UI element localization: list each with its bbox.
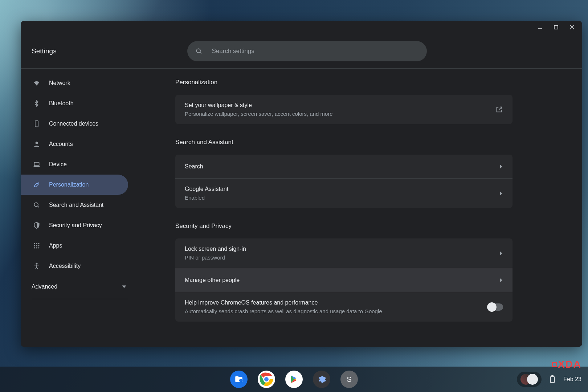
sidebar-item-label: Search and Assistant bbox=[49, 202, 103, 208]
svg-line-11 bbox=[38, 206, 39, 208]
sidebar-item-device[interactable]: Device bbox=[21, 154, 128, 175]
search-icon bbox=[195, 48, 203, 55]
bluetooth-icon bbox=[33, 100, 40, 107]
play-icon bbox=[289, 375, 299, 384]
shelf-settings-app[interactable] bbox=[313, 371, 330, 388]
svg-rect-6 bbox=[35, 121, 38, 127]
svg-point-19 bbox=[36, 247, 37, 248]
sidebar-item-label: Network bbox=[49, 80, 70, 86]
chevron-right-icon bbox=[499, 278, 503, 282]
apps-icon bbox=[33, 242, 40, 249]
card-search-assistant: Search Google Assistant Enabled bbox=[175, 155, 513, 208]
svg-point-14 bbox=[38, 243, 39, 244]
user-avatar-icon bbox=[527, 374, 538, 385]
chevron-right-icon bbox=[499, 165, 503, 168]
maximize-button[interactable] bbox=[548, 21, 564, 34]
brush-icon bbox=[33, 181, 40, 188]
svg-point-4 bbox=[196, 49, 200, 53]
sidebar-item-accounts[interactable]: Accounts bbox=[21, 134, 128, 154]
sidebar-item-label: Accessibility bbox=[49, 263, 81, 269]
sidebar-item-label: Bluetooth bbox=[49, 100, 74, 107]
shelf-play-store-app[interactable] bbox=[285, 371, 303, 388]
sidebar-item-search-assistant[interactable]: Search and Assistant bbox=[21, 195, 128, 215]
search-placeholder: Search settings bbox=[212, 48, 254, 55]
row-title: Help improve ChromeOS features and perfo… bbox=[185, 299, 382, 306]
section-title-search-assistant: Search and Assistant bbox=[175, 139, 513, 146]
svg-point-15 bbox=[34, 245, 35, 246]
row-title: Search bbox=[185, 163, 203, 170]
toggle-help-improve[interactable] bbox=[488, 303, 503, 311]
sidebar-item-network[interactable]: Network bbox=[21, 73, 128, 93]
chrome-icon bbox=[258, 371, 274, 387]
sidebar: Network Bluetooth Connected devices Acco… bbox=[21, 69, 146, 347]
svg-rect-8 bbox=[34, 162, 39, 166]
row-title: Manage other people bbox=[185, 277, 240, 283]
sidebar-item-label: Device bbox=[49, 161, 67, 168]
search-icon bbox=[33, 201, 40, 209]
sidebar-item-label: Security and Privacy bbox=[49, 222, 102, 229]
row-subtitle: Enabled bbox=[185, 195, 228, 201]
svg-point-10 bbox=[34, 203, 38, 207]
sidebar-item-accessibility[interactable]: Accessibility bbox=[21, 256, 128, 276]
sidebar-item-label: Connected devices bbox=[49, 121, 98, 127]
row-subtitle: PIN or password bbox=[185, 254, 246, 261]
row-lock-screen[interactable]: Lock screen and sign-in PIN or password bbox=[175, 238, 513, 268]
laptop-icon bbox=[33, 161, 40, 168]
header: Settings Search settings bbox=[21, 34, 582, 69]
svg-rect-1 bbox=[554, 25, 558, 29]
row-search[interactable]: Search bbox=[175, 155, 513, 179]
svg-point-18 bbox=[34, 247, 35, 248]
svg-rect-26 bbox=[551, 377, 555, 383]
shelf-files-app[interactable] bbox=[230, 371, 248, 388]
sidebar-item-connected-devices[interactable]: Connected devices bbox=[21, 114, 128, 134]
svg-point-20 bbox=[38, 247, 39, 248]
close-button[interactable] bbox=[564, 21, 580, 34]
shield-icon bbox=[33, 222, 40, 229]
open-external-icon bbox=[495, 106, 503, 114]
sidebar-item-personalization[interactable]: Personalization bbox=[21, 175, 128, 195]
accessibility-icon bbox=[33, 262, 40, 270]
main-content: Personalization Set your wallpaper & sty… bbox=[146, 69, 582, 347]
sidebar-item-label: Accounts bbox=[49, 141, 73, 147]
sidebar-item-apps[interactable]: Apps bbox=[21, 236, 128, 256]
shelf-status-area[interactable]: Feb 23 bbox=[517, 372, 581, 387]
search-input[interactable]: Search settings bbox=[187, 41, 427, 61]
row-google-assistant[interactable]: Google Assistant Enabled bbox=[175, 179, 513, 208]
chevron-right-icon bbox=[499, 192, 503, 195]
row-title: Lock screen and sign-in bbox=[185, 246, 246, 252]
settings-window: Settings Search settings Network Bluetoo… bbox=[21, 21, 582, 347]
app-title: Settings bbox=[32, 47, 140, 55]
svg-point-17 bbox=[38, 245, 39, 246]
row-manage-other-people[interactable]: Manage other people bbox=[175, 268, 513, 292]
minimize-button[interactable] bbox=[532, 21, 548, 34]
wifi-icon bbox=[33, 79, 40, 87]
svg-line-5 bbox=[200, 52, 201, 53]
shelf-avatar-app[interactable]: S bbox=[340, 371, 358, 388]
sidebar-item-bluetooth[interactable]: Bluetooth bbox=[21, 93, 128, 114]
svg-point-22 bbox=[239, 379, 242, 382]
row-title: Set your wallpaper & style bbox=[185, 102, 333, 109]
card-security: Lock screen and sign-in PIN or password … bbox=[175, 238, 513, 322]
row-subtitle: Personalize wallpaper, screen saver, acc… bbox=[185, 111, 333, 117]
sidebar-item-security[interactable]: Security and Privacy bbox=[21, 215, 128, 236]
svg-point-7 bbox=[36, 142, 38, 144]
row-wallpaper-style[interactable]: Set your wallpaper & style Personalize w… bbox=[175, 95, 513, 124]
sidebar-advanced-toggle[interactable]: Advanced bbox=[21, 276, 146, 297]
watermark: XDA bbox=[552, 359, 581, 370]
shelf-chrome-app[interactable] bbox=[258, 371, 275, 388]
chevron-down-icon bbox=[122, 284, 127, 289]
sidebar-item-label: Personalization bbox=[49, 181, 89, 188]
sidebar-divider bbox=[32, 299, 128, 299]
phone-icon bbox=[33, 120, 40, 127]
advanced-label: Advanced bbox=[32, 283, 57, 290]
shelf-date: Feb 23 bbox=[563, 376, 581, 383]
row-subtitle: Automatically sends crash reports as wel… bbox=[185, 308, 382, 314]
svg-point-21 bbox=[36, 263, 37, 264]
battery-icon bbox=[549, 375, 556, 383]
svg-point-12 bbox=[34, 243, 35, 244]
status-tray[interactable] bbox=[517, 372, 542, 387]
row-title: Google Assistant bbox=[185, 186, 228, 192]
sidebar-item-label: Apps bbox=[49, 242, 62, 249]
row-help-improve[interactable]: Help improve ChromeOS features and perfo… bbox=[175, 292, 513, 322]
shelf: S Feb 23 bbox=[0, 367, 588, 392]
